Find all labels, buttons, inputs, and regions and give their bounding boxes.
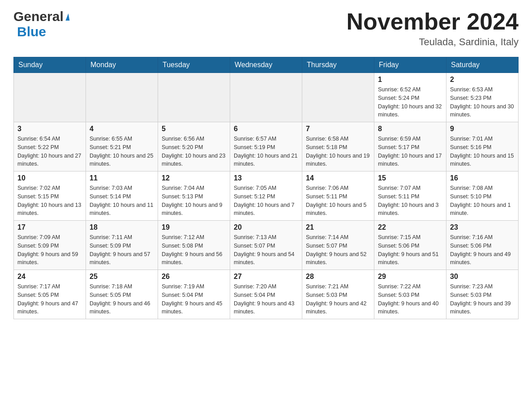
calendar-week-row: 1Sunrise: 6:52 AMSunset: 5:24 PMDaylight… [14,73,519,122]
header-monday: Monday [86,57,158,73]
cell-day-number: 4 [90,125,154,133]
cell-sun-info: Sunrise: 7:22 AMSunset: 5:03 PMDaylight:… [378,283,442,316]
calendar-cell: 26Sunrise: 7:19 AMSunset: 5:04 PMDayligh… [158,270,230,319]
cell-day-number: 29 [378,273,442,281]
calendar-cell: 3Sunrise: 6:54 AMSunset: 5:22 PMDaylight… [14,122,86,171]
calendar-cell: 11Sunrise: 7:03 AMSunset: 5:14 PMDayligh… [86,171,158,221]
calendar-cell: 15Sunrise: 7:07 AMSunset: 5:11 PMDayligh… [374,171,446,221]
cell-day-number: 17 [17,223,82,231]
cell-sun-info: Sunrise: 6:59 AMSunset: 5:17 PMDaylight:… [378,135,442,168]
logo[interactable]: General Blue [13,9,69,39]
cell-day-number: 21 [306,223,370,231]
logo-general-text: General [13,9,64,24]
calendar-cell [14,73,86,122]
cell-sun-info: Sunrise: 7:06 AMSunset: 5:11 PMDaylight:… [306,184,370,218]
cell-day-number: 20 [234,223,298,231]
cell-day-number: 22 [378,223,442,231]
cell-day-number: 26 [162,273,226,281]
calendar-cell: 12Sunrise: 7:04 AMSunset: 5:13 PMDayligh… [158,171,230,221]
cell-day-number: 6 [234,125,298,133]
cell-sun-info: Sunrise: 6:56 AMSunset: 5:20 PMDaylight:… [162,135,226,168]
calendar-cell: 5Sunrise: 6:56 AMSunset: 5:20 PMDaylight… [158,122,230,171]
cell-day-number: 15 [378,174,442,182]
cell-sun-info: Sunrise: 6:55 AMSunset: 5:21 PMDaylight:… [90,135,154,168]
cell-sun-info: Sunrise: 7:13 AMSunset: 5:07 PMDaylight:… [234,233,298,267]
calendar-cell: 24Sunrise: 7:17 AMSunset: 5:05 PMDayligh… [14,270,86,319]
cell-sun-info: Sunrise: 7:14 AMSunset: 5:07 PMDaylight:… [306,233,370,267]
calendar-cell [302,73,374,122]
cell-day-number: 24 [17,273,82,281]
cell-day-number: 25 [90,273,154,281]
page-header: General Blue November 2024 Teulada, Sard… [13,9,519,48]
calendar-cell: 20Sunrise: 7:13 AMSunset: 5:07 PMDayligh… [230,221,302,270]
calendar-cell: 17Sunrise: 7:09 AMSunset: 5:09 PMDayligh… [14,221,86,270]
calendar-cell: 6Sunrise: 6:57 AMSunset: 5:19 PMDaylight… [230,122,302,171]
logo-triangle-icon [64,13,69,21]
weekday-header-row: Sunday Monday Tuesday Wednesday Thursday… [14,57,519,73]
calendar-cell: 13Sunrise: 7:05 AMSunset: 5:12 PMDayligh… [230,171,302,221]
cell-day-number: 10 [17,174,82,182]
title-section: November 2024 Teulada, Sardinia, Italy [347,9,519,48]
cell-sun-info: Sunrise: 7:03 AMSunset: 5:14 PMDaylight:… [90,184,154,218]
cell-day-number: 8 [378,125,442,133]
cell-day-number: 7 [306,125,370,133]
calendar-cell [86,73,158,122]
cell-day-number: 27 [234,273,298,281]
header-friday: Friday [374,57,446,73]
calendar-week-row: 17Sunrise: 7:09 AMSunset: 5:09 PMDayligh… [14,221,519,270]
cell-day-number: 18 [90,223,154,231]
cell-day-number: 2 [450,76,515,84]
calendar-cell: 25Sunrise: 7:18 AMSunset: 5:05 PMDayligh… [86,270,158,319]
header-sunday: Sunday [14,57,86,73]
header-wednesday: Wednesday [230,57,302,73]
calendar-cell: 18Sunrise: 7:11 AMSunset: 5:09 PMDayligh… [86,221,158,270]
cell-day-number: 9 [450,125,515,133]
cell-day-number: 1 [378,76,442,84]
calendar-cell: 1Sunrise: 6:52 AMSunset: 5:24 PMDaylight… [374,73,446,122]
cell-sun-info: Sunrise: 7:11 AMSunset: 5:09 PMDaylight:… [90,233,154,267]
calendar-cell: 14Sunrise: 7:06 AMSunset: 5:11 PMDayligh… [302,171,374,221]
cell-day-number: 16 [450,174,515,182]
calendar-title: November 2024 [347,9,519,34]
calendar-cell: 29Sunrise: 7:22 AMSunset: 5:03 PMDayligh… [374,270,446,319]
calendar-cell [230,73,302,122]
calendar-cell: 7Sunrise: 6:58 AMSunset: 5:18 PMDaylight… [302,122,374,171]
calendar-cell: 23Sunrise: 7:16 AMSunset: 5:06 PMDayligh… [446,221,519,270]
calendar-week-row: 10Sunrise: 7:02 AMSunset: 5:15 PMDayligh… [14,171,519,221]
calendar-cell: 2Sunrise: 6:53 AMSunset: 5:23 PMDaylight… [446,73,519,122]
calendar-table: Sunday Monday Tuesday Wednesday Thursday… [13,57,519,319]
calendar-subtitle: Teulada, Sardinia, Italy [347,36,519,48]
cell-sun-info: Sunrise: 6:58 AMSunset: 5:18 PMDaylight:… [306,135,370,168]
cell-day-number: 3 [17,125,82,133]
cell-day-number: 12 [162,174,226,182]
calendar-cell: 10Sunrise: 7:02 AMSunset: 5:15 PMDayligh… [14,171,86,221]
cell-day-number: 14 [306,174,370,182]
calendar-cell: 22Sunrise: 7:15 AMSunset: 5:06 PMDayligh… [374,221,446,270]
cell-sun-info: Sunrise: 7:05 AMSunset: 5:12 PMDaylight:… [234,184,298,218]
cell-day-number: 19 [162,223,226,231]
cell-sun-info: Sunrise: 7:23 AMSunset: 5:03 PMDaylight:… [450,283,515,316]
calendar-cell: 19Sunrise: 7:12 AMSunset: 5:08 PMDayligh… [158,221,230,270]
calendar-cell: 16Sunrise: 7:08 AMSunset: 5:10 PMDayligh… [446,171,519,221]
cell-sun-info: Sunrise: 6:52 AMSunset: 5:24 PMDaylight:… [378,86,442,119]
calendar-week-row: 24Sunrise: 7:17 AMSunset: 5:05 PMDayligh… [14,270,519,319]
cell-sun-info: Sunrise: 7:02 AMSunset: 5:15 PMDaylight:… [17,184,82,218]
calendar-cell: 27Sunrise: 7:20 AMSunset: 5:04 PMDayligh… [230,270,302,319]
cell-sun-info: Sunrise: 7:09 AMSunset: 5:09 PMDaylight:… [17,233,82,267]
cell-sun-info: Sunrise: 7:04 AMSunset: 5:13 PMDaylight:… [162,184,226,218]
cell-day-number: 13 [234,174,298,182]
calendar-cell: 28Sunrise: 7:21 AMSunset: 5:03 PMDayligh… [302,270,374,319]
calendar-cell [158,73,230,122]
calendar-week-row: 3Sunrise: 6:54 AMSunset: 5:22 PMDaylight… [14,122,519,171]
cell-sun-info: Sunrise: 7:16 AMSunset: 5:06 PMDaylight:… [450,233,515,267]
cell-sun-info: Sunrise: 7:15 AMSunset: 5:06 PMDaylight:… [378,233,442,267]
cell-day-number: 28 [306,273,370,281]
calendar-cell: 9Sunrise: 7:01 AMSunset: 5:16 PMDaylight… [446,122,519,171]
cell-sun-info: Sunrise: 6:53 AMSunset: 5:23 PMDaylight:… [450,86,515,119]
cell-day-number: 23 [450,223,515,231]
cell-sun-info: Sunrise: 7:01 AMSunset: 5:16 PMDaylight:… [450,135,515,168]
cell-sun-info: Sunrise: 7:08 AMSunset: 5:10 PMDaylight:… [450,184,515,218]
calendar-cell: 8Sunrise: 6:59 AMSunset: 5:17 PMDaylight… [374,122,446,171]
cell-sun-info: Sunrise: 7:17 AMSunset: 5:05 PMDaylight:… [17,283,82,316]
header-tuesday: Tuesday [158,57,230,73]
